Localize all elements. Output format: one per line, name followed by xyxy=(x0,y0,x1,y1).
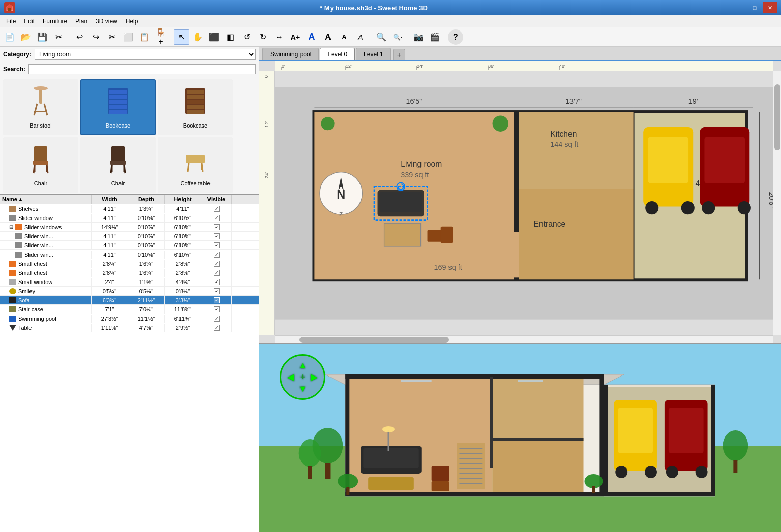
open-button[interactable]: 📂 xyxy=(18,29,34,45)
furniture-item-barstool[interactable]: Bar stool xyxy=(3,79,78,135)
navigation-circle[interactable]: ▲ ◀ ✛ ▶ ▼ xyxy=(280,354,325,400)
slider-windows-visible-cb[interactable] xyxy=(214,224,220,230)
list-item-small-chest-2[interactable]: Small chest 2'8¼" 1'6¼" 2'8⅝" xyxy=(0,268,259,277)
smiley-visible-cb[interactable] xyxy=(214,288,220,294)
zoom-out-button[interactable]: 🔍- xyxy=(390,29,405,45)
nav-left[interactable]: ◀ xyxy=(285,371,296,383)
text-button[interactable]: A+ xyxy=(288,29,303,45)
sofa-visible-cb[interactable] xyxy=(214,297,220,303)
help-button[interactable]: ? xyxy=(448,29,463,45)
minimize-button[interactable]: − xyxy=(732,2,746,13)
list-item-slider-win-2[interactable]: Slider win... 4'11" 0'10⅞" 6'10⅝" xyxy=(0,241,259,250)
create-wall-button[interactable]: ◧ xyxy=(223,29,238,45)
close-button[interactable]: ✕ xyxy=(763,2,777,13)
plan-scrollbar-vertical[interactable] xyxy=(773,71,781,335)
sofa-name: Sofa xyxy=(0,296,92,304)
slider-win3-visible-cb[interactable] xyxy=(214,252,220,258)
menu-3dview[interactable]: 3D view xyxy=(92,17,122,26)
search-input[interactable] xyxy=(28,64,256,74)
list-item-slider-window[interactable]: Slider window 4'11" 0'10⅝" 6'10⅝" xyxy=(0,213,259,223)
list-item-small-chest-1[interactable]: Small chest 2'8¼" 1'6¼" 2'8⅝" xyxy=(0,259,259,268)
right-panel: Swimming pool Level 0 Level 1 + 0' 12' 2… xyxy=(259,47,781,532)
furniture-item-bookcase[interactable]: Bookcase xyxy=(158,79,233,135)
list-item-slider-windows[interactable]: ⊟ Slider windows 14'9⅛" 0'10⅞" 6'10⅝" xyxy=(0,223,259,232)
dimension-button[interactable]: ↔ xyxy=(272,29,287,45)
list-item-table[interactable]: Table 1'11⅝" 4'7⅛" 2'9½" xyxy=(0,323,259,332)
text-style-button[interactable]: A xyxy=(353,29,368,45)
table-visible-cb[interactable] xyxy=(214,325,220,331)
furniture-item-coffee[interactable]: Coffee table xyxy=(158,137,233,193)
menu-furniture[interactable]: Furniture xyxy=(39,17,71,26)
list-item-smiley[interactable]: Smiley 0'5¼" 0'5¼" 0'8¼" xyxy=(0,287,259,296)
new-button[interactable]: 📄 xyxy=(2,29,17,45)
category-select[interactable]: Living room Bedroom Kitchen Bathroom Off… xyxy=(35,49,256,60)
small-window-visible-cb[interactable] xyxy=(214,279,220,285)
nav-up[interactable]: ▲ xyxy=(296,359,308,371)
rotate-cw-button[interactable]: ↻ xyxy=(255,29,271,45)
menu-edit[interactable]: Edit xyxy=(20,17,39,26)
menu-file[interactable]: File xyxy=(2,17,20,26)
slider-win2-visible-cb[interactable] xyxy=(214,242,220,248)
redo-button[interactable]: ↪ xyxy=(88,29,103,45)
cut-button[interactable]: ✂ xyxy=(104,29,119,45)
plan-scrollbar-horizontal[interactable] xyxy=(275,335,773,343)
nav-right[interactable]: ▶ xyxy=(309,371,320,383)
header-height[interactable]: Height xyxy=(165,195,201,204)
svg-text:Z: Z xyxy=(339,211,343,217)
select-tool[interactable]: ↖ xyxy=(174,29,189,45)
small-chest2-visible-cb[interactable] xyxy=(214,270,220,276)
header-depth[interactable]: Depth xyxy=(128,195,165,204)
paste-button[interactable]: 📋 xyxy=(137,29,152,45)
camera-button[interactable]: 📷 xyxy=(411,29,426,45)
slider-win1-visible-cb[interactable] xyxy=(214,233,220,239)
plan-scrollbar-v-thumb[interactable] xyxy=(774,84,780,150)
nav-down[interactable]: ▼ xyxy=(296,383,308,395)
save-button[interactable]: 💾 xyxy=(35,29,50,45)
plan-scrollbar-h-thumb[interactable] xyxy=(299,337,449,343)
list-item-slider-win-3[interactable]: Slider win... 4'11" 0'10⅝" 6'10⅝" xyxy=(0,250,259,259)
text-small-button[interactable]: A xyxy=(337,29,352,45)
list-item-staircase[interactable]: Stair case 7'1" 7'0½" 11'8⅜" xyxy=(0,305,259,314)
copy-button[interactable]: ⬜ xyxy=(121,29,136,45)
header-width[interactable]: Width xyxy=(92,195,128,204)
list-item-slider-win-1[interactable]: Slider win... 4'11" 0'10⅞" 6'10⅝" xyxy=(0,232,259,241)
staircase-visible-cb[interactable] xyxy=(214,306,220,312)
svg-rect-114 xyxy=(325,463,330,479)
svg-marker-92 xyxy=(492,377,583,438)
cut-toolbar-btn[interactable]: ✂ xyxy=(51,29,66,45)
tab-level-0[interactable]: Level 0 xyxy=(320,48,355,60)
list-item-sofa[interactable]: Sofa 6'3¾" 2'11½" 3'3⅜" xyxy=(0,296,259,305)
undo-button[interactable]: ↩ xyxy=(72,29,87,45)
shelves-visible-cb[interactable] xyxy=(214,206,220,212)
3d-view[interactable]: ▲ ◀ ✛ ▶ ▼ xyxy=(259,344,781,532)
furniture-item-bookcase-blue[interactable]: Bookcase xyxy=(80,79,156,135)
header-name[interactable]: Name ▲ xyxy=(0,195,92,204)
pan-tool[interactable]: ✋ xyxy=(190,29,205,45)
tab-add-button[interactable]: + xyxy=(393,49,405,60)
menu-plan[interactable]: Plan xyxy=(71,17,92,26)
swimming-pool-visible-cb[interactable] xyxy=(214,316,220,322)
text-medium-button[interactable]: A xyxy=(320,29,336,45)
svg-rect-32 xyxy=(186,155,205,163)
list-item-small-window[interactable]: Small window 2'4" 1'1⅜" 4'4¾" xyxy=(0,277,259,287)
video-button[interactable]: 🎬 xyxy=(427,29,442,45)
header-visible[interactable]: Visible xyxy=(201,195,232,204)
furniture-item-chair1[interactable]: Chair xyxy=(3,137,78,193)
add-furniture-button[interactable]: 🪑+ xyxy=(153,29,168,45)
plan-view[interactable]: 0' 12' 24' 36' 48' 0' 12' 24' xyxy=(259,61,781,344)
list-item-shelves[interactable]: Shelves 4'11" 1'3¾" 4'11" xyxy=(0,204,259,213)
tab-swimming-pool[interactable]: Swimming pool xyxy=(262,48,319,60)
list-item-swimming-pool[interactable]: Swimming pool 27'3½" 11'1½" 6'11¾" xyxy=(0,314,259,323)
tab-level-1[interactable]: Level 1 xyxy=(356,48,391,60)
furniture-item-chair2[interactable]: Chair xyxy=(80,137,156,193)
nav-center[interactable]: ✛ xyxy=(296,371,308,383)
maximize-button[interactable]: □ xyxy=(747,2,762,13)
plan-content[interactable]: 16'5" 13'7" 19' 20'6" xyxy=(275,71,773,335)
rotate-button[interactable]: ↺ xyxy=(239,29,254,45)
zoom-in-button[interactable]: 🔍 xyxy=(374,29,389,45)
slider-window-visible-cb[interactable] xyxy=(214,215,220,221)
text-large-button[interactable]: A xyxy=(304,29,319,45)
create-room-button[interactable]: ⬛ xyxy=(206,29,222,45)
small-chest1-visible-cb[interactable] xyxy=(214,261,220,267)
menu-help[interactable]: Help xyxy=(122,17,142,26)
